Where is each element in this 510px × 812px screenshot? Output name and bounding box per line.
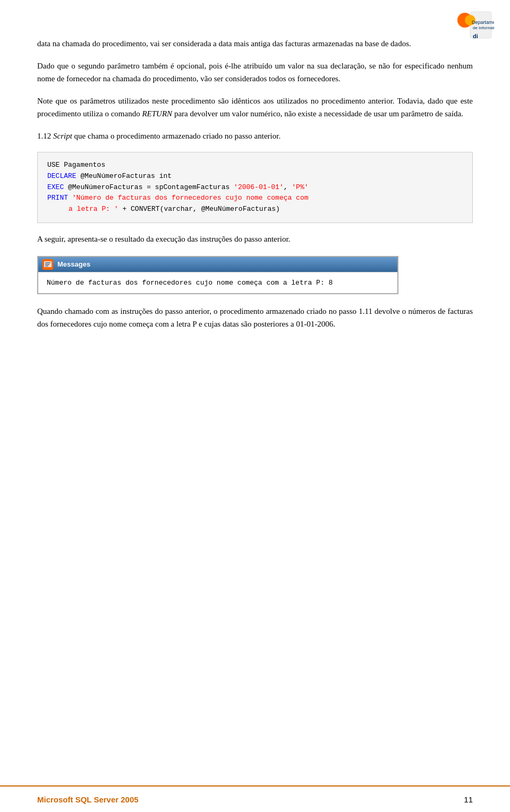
- svg-rect-9: [45, 266, 48, 267]
- code-convert-args: (varchar, @MeuNúmeroFacturas): [160, 205, 280, 213]
- paragraph-3-text: Note que os parâmetros utilizados neste …: [37, 97, 395, 105]
- paragraph-1: data na chamada do procedimento, vai ser…: [37, 37, 473, 50]
- svg-rect-8: [45, 264, 49, 265]
- svg-text:di: di: [473, 33, 478, 39]
- paragraph-2-text: Dado que o segundo parâmetro também é op…: [37, 62, 473, 83]
- messages-icon: [42, 259, 53, 270]
- code-declare-type: int: [159, 172, 172, 180]
- message-icon-svg: [44, 260, 52, 269]
- code-exec-rest: @MeuNúmeroFacturas = spContagemFacturas: [64, 183, 234, 191]
- svg-rect-7: [45, 262, 50, 263]
- code-declare-var: @MeuNúmeroFacturas: [76, 172, 159, 180]
- paragraph-quando: Quando chamado com as instruções do pass…: [37, 305, 473, 330]
- paragraph-1-text: data na chamada do procedimento, vai ser…: [37, 39, 411, 48]
- code-exec-str1: '2006-01-01': [234, 183, 284, 191]
- messages-body: Número de facturas dos fornecedores cujo…: [38, 272, 397, 293]
- code-print-str1: 'Número de facturas dos fornecedores cuj…: [68, 194, 308, 202]
- code-line-1: USE Pagamentos: [47, 160, 463, 171]
- code-line-5: a letra P: ' + CONVERT(varchar, @MeuNúme…: [47, 204, 463, 215]
- paragraph-quando-text: Quando chamado com as instruções do pass…: [37, 307, 473, 328]
- section-number: 1.12: [37, 132, 53, 140]
- footer-title: Microsoft SQL Server 2005: [37, 795, 139, 804]
- code-print-str2: a letra P: ': [69, 205, 118, 213]
- section-heading-rest: que chama o procedimento armazenado cria…: [72, 132, 280, 140]
- messages-content: Número de facturas dos fornecedores cujo…: [47, 279, 333, 287]
- code-print-kw: PRINT: [47, 194, 68, 202]
- footer: Microsoft SQL Server 2005 11: [0, 785, 510, 812]
- logo-area: di Departamento de Informática: [446, 11, 494, 40]
- section-heading-1-12: 1.12 Script que chama o procedimento arm…: [37, 130, 473, 142]
- messages-title: Messages: [57, 260, 90, 268]
- paragraph-seguir: A seguir, apresenta-se o resultado da ex…: [37, 233, 473, 245]
- content-area: data na chamada do procedimento, vai ser…: [37, 37, 473, 330]
- code-convert-fn: CONVERT: [131, 205, 160, 213]
- paragraph-2: Dado que o segundo parâmetro também é op…: [37, 59, 473, 85]
- page-container: di Departamento de Informática data na c…: [0, 0, 510, 812]
- code-print-op: +: [118, 205, 131, 213]
- code-exec-comma: ,: [284, 183, 292, 191]
- code-use: USE Pagamentos: [47, 161, 105, 169]
- code-line-4: PRINT 'Número de facturas dos fornecedor…: [47, 193, 463, 204]
- code-block: USE Pagamentos DECLARE @MeuNúmeroFactura…: [37, 152, 473, 223]
- svg-text:Departamento: Departamento: [472, 20, 494, 25]
- messages-screenshot: Messages Número de facturas dos forneced…: [37, 256, 398, 294]
- paragraph-3: Note que os parâmetros utilizados neste …: [37, 95, 473, 120]
- footer-page: 11: [464, 795, 473, 804]
- svg-text:de Informática: de Informática: [473, 25, 494, 30]
- code-line-2: DECLARE @MeuNúmeroFacturas int: [47, 171, 463, 182]
- code-line-3: EXEC @MeuNúmeroFacturas = spContagemFact…: [47, 182, 463, 193]
- code-exec-kw: EXEC: [47, 183, 64, 191]
- code-declare-kw: DECLARE: [47, 172, 76, 180]
- section-script-word: Script: [53, 132, 72, 140]
- code-exec-str2: 'P%': [292, 183, 308, 191]
- paragraph-seguir-text: A seguir, apresenta-se o resultado da ex…: [37, 235, 290, 243]
- return-keyword: RETURN: [142, 109, 172, 118]
- messages-titlebar: Messages: [38, 257, 397, 272]
- logo-icon: di Departamento de Informática: [446, 11, 494, 40]
